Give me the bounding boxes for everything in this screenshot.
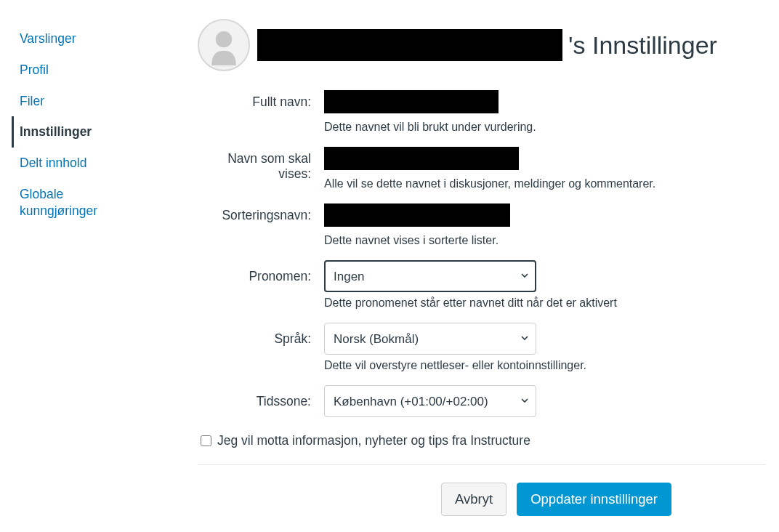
page-title: 's Innstillinger bbox=[257, 29, 717, 61]
language-help: Dette vil overstyre nettleser- eller kon… bbox=[324, 359, 766, 372]
page-title-suffix: 's Innstillinger bbox=[568, 31, 717, 60]
cancel-button[interactable]: Avbryt bbox=[441, 483, 506, 516]
sidebar: Varslinger Profil Filer Innstillinger De… bbox=[12, 12, 125, 516]
redacted-name bbox=[257, 29, 562, 61]
sortname-value-redacted bbox=[324, 203, 510, 227]
person-icon bbox=[203, 25, 244, 65]
fullname-label: Fullt navn: bbox=[198, 90, 324, 134]
svg-point-0 bbox=[216, 31, 232, 47]
language-select[interactable]: Norsk (Bokmål) bbox=[324, 323, 536, 355]
sortname-label: Sorteringsnavn: bbox=[198, 203, 324, 247]
fullname-value-redacted bbox=[324, 90, 499, 113]
timezone-select[interactable]: København (+01:00/+02:00) bbox=[324, 385, 536, 417]
sidebar-item-varslinger[interactable]: Varslinger bbox=[12, 23, 125, 55]
sidebar-item-filer[interactable]: Filer bbox=[12, 86, 125, 117]
timezone-label: Tidssone: bbox=[198, 385, 324, 417]
sortname-help: Dette navnet vises i sorterte lister. bbox=[324, 234, 766, 247]
submit-button[interactable]: Oppdater innstillinger bbox=[517, 483, 671, 516]
displayname-value-redacted bbox=[324, 147, 519, 170]
sidebar-item-delt-innhold[interactable]: Delt innhold bbox=[12, 148, 125, 179]
displayname-label: Navn som skal vises: bbox=[198, 147, 324, 190]
language-label: Språk: bbox=[198, 323, 324, 372]
sidebar-item-profil[interactable]: Profil bbox=[12, 55, 125, 86]
main: 's Innstillinger Fullt navn: Dette navne… bbox=[125, 12, 766, 516]
newsletter-checkbox[interactable] bbox=[201, 435, 211, 446]
newsletter-label[interactable]: Jeg vil motta informasjon, nyheter og ti… bbox=[217, 433, 530, 448]
fullname-help: Dette navnet vil bli brukt under vurderi… bbox=[324, 121, 766, 134]
separator bbox=[198, 464, 766, 465]
sidebar-item-innstillinger[interactable]: Innstillinger bbox=[12, 116, 125, 148]
avatar bbox=[198, 19, 250, 71]
pronouns-select[interactable]: Ingen bbox=[324, 260, 536, 292]
sidebar-item-globale-kunngjoringer[interactable]: Globale kunngjøringer bbox=[12, 179, 125, 227]
pronouns-help: Dette pronomenet står etter navnet ditt … bbox=[324, 297, 766, 310]
displayname-help: Alle vil se dette navnet i diskusjoner, … bbox=[324, 177, 766, 190]
pronouns-label: Pronomen: bbox=[198, 260, 324, 310]
